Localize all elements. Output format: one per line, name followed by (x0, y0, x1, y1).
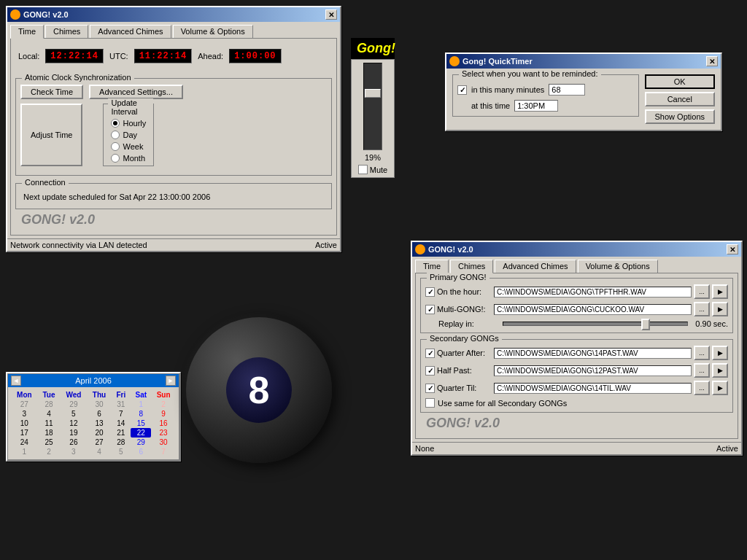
cal-day[interactable]: 4 (88, 447, 112, 456)
tab-chimes[interactable]: Chimes (45, 25, 88, 38)
cal-day[interactable]: 3 (11, 409, 38, 419)
quarter-after-browse[interactable]: ... (694, 346, 710, 360)
cal-day[interactable]: 3 (60, 447, 87, 456)
quarter-til-browse[interactable]: ... (694, 381, 710, 395)
cal-day[interactable]: 6 (131, 447, 151, 456)
cal-day[interactable]: 30 (151, 438, 176, 447)
cal-header-sun: Sun (151, 390, 176, 400)
multi-gong-play[interactable]: ▶ (712, 302, 728, 316)
cal-day[interactable]: 10 (11, 419, 38, 428)
adjust-time-button[interactable]: Adjust Time (20, 104, 82, 166)
cal-day[interactable]: 19 (60, 428, 87, 438)
cal-day[interactable]: 20 (88, 428, 112, 438)
interval-week[interactable]: Week (111, 142, 146, 151)
radio-hourly[interactable] (111, 119, 120, 128)
quarter-after-play[interactable]: ▶ (712, 346, 728, 360)
half-past-play[interactable]: ▶ (712, 363, 728, 378)
cal-day[interactable]: 29 (131, 438, 151, 447)
second-close-button[interactable]: ✕ (727, 244, 738, 254)
cal-day[interactable]: 7 (151, 447, 176, 456)
qt-minutes-checkbox[interactable]: ✓ (457, 85, 467, 95)
multi-gong-checkbox[interactable]: ✓ (425, 305, 435, 314)
cal-day[interactable]: 22 (131, 428, 151, 438)
interval-day[interactable]: Day (111, 131, 146, 139)
volume-slider[interactable] (363, 63, 382, 150)
cal-day[interactable]: 18 (38, 428, 60, 438)
cal-day[interactable]: 17 (11, 428, 38, 438)
quarter-til-checkbox[interactable]: ✓ (425, 384, 435, 393)
on-hour-path[interactable]: C:\WINDOWS\MEDIA\GONG\TPFTHHR.WAV (494, 287, 692, 298)
qt-close-button[interactable]: ✕ (706, 56, 718, 66)
on-hour-checkbox[interactable]: ✓ (425, 287, 435, 297)
cal-prev-button[interactable]: ◄ (11, 376, 21, 386)
cal-day[interactable]: 21 (111, 428, 131, 438)
quarter-after-path[interactable]: C:\WINDOWS\MEDIA\GONG\14PAST.WAV (494, 348, 692, 359)
replay-thumb[interactable] (641, 319, 650, 330)
cal-day[interactable]: 28 (111, 438, 131, 447)
cal-day[interactable]: 25 (38, 438, 60, 447)
cal-day[interactable]: 29 (60, 400, 87, 409)
quarter-after-checkbox[interactable]: ✓ (425, 349, 435, 358)
sg-tab-chimes[interactable]: Chimes (450, 260, 493, 273)
half-past-browse[interactable]: ... (694, 363, 710, 378)
interval-hourly[interactable]: Hourly (111, 119, 146, 128)
cal-day[interactable]: 16 (151, 419, 176, 428)
cal-day[interactable]: 15 (131, 419, 151, 428)
qt-minutes-input[interactable] (549, 84, 585, 96)
cal-day[interactable]: 8 (131, 409, 151, 419)
qt-time-input[interactable] (514, 100, 558, 112)
on-hour-browse[interactable]: ... (694, 284, 710, 299)
multi-gong-path[interactable]: C:\WINDOWS\MEDIA\GONG\CUCKOO.WAV (494, 304, 692, 315)
cal-day[interactable]: 27 (88, 438, 112, 447)
quarter-til-path[interactable]: C:\WINDOWS\MEDIA\GONG\14TIL.WAV (494, 383, 692, 394)
cal-day[interactable]: 4 (38, 409, 60, 419)
cal-day[interactable]: 2 (38, 447, 60, 456)
cal-day[interactable]: 6 (88, 409, 112, 419)
tab-advanced-chimes[interactable]: Advanced Chimes (90, 25, 171, 38)
main-close-button[interactable]: ✕ (325, 9, 337, 20)
tab-volume-options[interactable]: Volume & Options (173, 25, 253, 38)
qt-cancel-button[interactable]: Cancel (645, 92, 715, 106)
cal-day[interactable]: 23 (151, 428, 176, 438)
half-past-path[interactable]: C:\WINDOWS\MEDIA\GONG\12PAST.WAV (494, 365, 692, 376)
check-time-button[interactable]: Check Time (20, 85, 83, 99)
sg-tab-advanced-chimes[interactable]: Advanced Chimes (495, 260, 576, 273)
on-hour-play[interactable]: ▶ (712, 284, 728, 299)
cal-day[interactable]: 27 (11, 400, 38, 409)
interval-month[interactable]: Month (111, 154, 146, 163)
cal-day[interactable]: 9 (151, 409, 176, 419)
quarter-til-play[interactable]: ▶ (712, 381, 728, 395)
sg-tab-time[interactable]: Time (415, 260, 449, 273)
radio-week[interactable] (111, 142, 120, 151)
cal-day[interactable]: 11 (38, 419, 60, 428)
tab-time[interactable]: Time (10, 25, 44, 39)
volume-thumb[interactable] (365, 89, 381, 98)
advanced-settings-button[interactable]: Advanced Settings... (89, 85, 183, 99)
qt-content: Select when you want to be reminded: ✓ i… (446, 69, 721, 130)
radio-month[interactable] (111, 154, 120, 163)
cal-day[interactable]: 1 (131, 400, 151, 409)
cal-day[interactable]: 7 (111, 409, 131, 419)
cal-day[interactable]: 5 (111, 447, 131, 456)
cal-day[interactable]: 13 (88, 419, 112, 428)
cal-day[interactable]: 1 (11, 447, 38, 456)
half-past-checkbox[interactable]: ✓ (425, 366, 435, 376)
cal-day[interactable]: 2 (151, 400, 176, 409)
cal-day[interactable]: 26 (60, 438, 87, 447)
cal-day[interactable]: 30 (88, 400, 112, 409)
cal-day[interactable]: 31 (111, 400, 131, 409)
cal-day[interactable]: 24 (11, 438, 38, 447)
qt-ok-button[interactable]: OK (645, 74, 715, 89)
cal-day[interactable]: 14 (111, 419, 131, 428)
multi-gong-browse[interactable]: ... (694, 302, 710, 316)
cal-day[interactable]: 12 (60, 419, 87, 428)
cal-day[interactable]: 5 (60, 409, 87, 419)
radio-day[interactable] (111, 131, 120, 139)
cal-next-button[interactable]: ► (166, 376, 176, 386)
cal-day[interactable]: 28 (38, 400, 60, 409)
sg-tab-volume-options[interactable]: Volume & Options (578, 260, 658, 273)
use-same-checkbox[interactable] (425, 398, 435, 408)
replay-slider[interactable] (503, 322, 688, 326)
mute-checkbox[interactable] (358, 165, 368, 174)
qt-show-options-button[interactable]: Show Options (645, 109, 715, 124)
